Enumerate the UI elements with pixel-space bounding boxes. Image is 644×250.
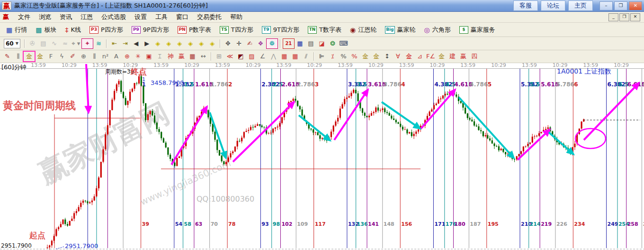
fan-icon[interactable]: ≪: [224, 52, 235, 61]
report-icon[interactable]: ▤: [38, 39, 49, 48]
gold-angle-icon[interactable]: 金∠: [436, 52, 447, 61]
vert-pen-icon[interactable]: ↕: [382, 52, 393, 61]
diamond-cross-icon[interactable]: ◈: [207, 39, 218, 48]
brain-icon[interactable]: ❁: [266, 38, 278, 49]
close-button[interactable]: ✕: [629, 1, 642, 10]
candlestick-chart[interactable]: 13:5910:2913:5910:2913:5910:2913:5910:29…: [0, 63, 644, 250]
grid-red2-icon[interactable]: ▦: [290, 52, 301, 61]
zoom-net-icon[interactable]: ✇: [27, 39, 38, 48]
toolbar-hexagon-button[interactable]: ◎六角形: [420, 24, 455, 36]
zigzag-icon[interactable]: ⋀: [268, 52, 279, 61]
toolbar-quotes-button[interactable]: ▦行情: [2, 24, 31, 36]
gold-lines-icon[interactable]: 金: [371, 52, 382, 61]
golden-cycle-icon[interactable]: 金: [24, 52, 35, 61]
header-button-1[interactable]: 论坛: [541, 0, 565, 11]
next-bar-icon[interactable]: ▶: [142, 39, 152, 48]
angles-icon[interactable]: ∠: [257, 52, 268, 61]
toolbar-gann-wheel-button[interactable]: ◉江恩轮: [346, 24, 381, 36]
menu-item-交易委托[interactable]: 交易委托: [193, 12, 226, 22]
measure-icon[interactable]: ✍: [244, 39, 255, 48]
ying-tool-icon[interactable]: 赢: [176, 52, 187, 61]
gann-mode-icon[interactable]: ✦: [81, 38, 93, 49]
clock-cycle-icon[interactable]: ⊕: [78, 52, 89, 61]
text-tool-icon[interactable]: A: [111, 52, 122, 61]
notepad-icon[interactable]: ▤: [305, 39, 316, 48]
toolbar-winner-service-button[interactable]: $赢家服务: [455, 24, 500, 36]
diamond-h-icon[interactable]: ◈: [174, 39, 185, 48]
ying-angle-icon[interactable]: 赢∠: [458, 52, 469, 61]
toolbar-sectors-button[interactable]: ▩板块: [31, 24, 61, 36]
fib-f-icon[interactable]: F: [45, 52, 56, 61]
gann-box-icon[interactable]: ◩: [235, 52, 246, 61]
diamond-all-icon[interactable]: ◈: [196, 39, 207, 48]
period-select[interactable]: 60 ▼: [4, 39, 20, 48]
mark-icon[interactable]: ❖: [255, 39, 266, 48]
child-restore-button[interactable]: ❐: [619, 13, 629, 21]
menu-item-江恩[interactable]: 江恩: [76, 12, 97, 22]
child-minimize-button[interactable]: _: [608, 13, 618, 21]
diamond-v-icon[interactable]: ◈: [185, 39, 196, 48]
first-bar-icon[interactable]: ⇤: [109, 39, 120, 48]
menu-item-设置[interactable]: 设置: [130, 12, 151, 22]
j-angle-icon[interactable]: ⊿: [414, 52, 425, 61]
prev-bar-icon[interactable]: ◀: [131, 39, 142, 48]
wave9-icon[interactable]: ≈: [60, 39, 71, 48]
target-icon[interactable]: ⊕: [122, 52, 133, 61]
calendar-icon[interactable]: 21: [283, 38, 295, 49]
rails2-icon[interactable]: ⫼: [89, 52, 100, 61]
brush-icon[interactable]: ✐: [67, 52, 78, 61]
span-icon[interactable]: ↔: [198, 52, 209, 61]
pct-line-icon[interactable]: %: [349, 52, 360, 61]
f-angle-icon[interactable]: F∠: [425, 52, 436, 61]
workstation-icon[interactable]: ⌨: [338, 39, 349, 48]
last-bar-icon[interactable]: ⇥: [120, 39, 131, 48]
calculator-icon[interactable]: ▦: [295, 39, 305, 48]
restore-button[interactable]: ❐: [614, 1, 627, 10]
grid123-icon[interactable]: ▦: [187, 52, 198, 61]
gold-cycle2-icon[interactable]: 金: [35, 52, 45, 61]
wave3-icon[interactable]: ∿: [49, 39, 60, 48]
save-icon[interactable]: ◪: [316, 39, 327, 48]
n2-icon[interactable]: n²: [100, 52, 111, 61]
jian-angle-icon[interactable]: 建∠: [447, 52, 458, 61]
gold-ring-icon[interactable]: 金: [360, 52, 371, 61]
grid-red-icon[interactable]: ▦: [279, 52, 290, 61]
menu-item-帮助[interactable]: 帮助: [226, 12, 247, 22]
color-chart-icon[interactable]: ≋: [93, 39, 104, 48]
menu-item-文件[interactable]: 文件: [14, 12, 35, 22]
toolbar-t-square-button[interactable]: TST四方形: [215, 24, 258, 36]
header-button-2[interactable]: 主页: [568, 0, 593, 11]
toolbar-p-square-button[interactable]: P3P四方形: [85, 24, 127, 36]
menu-item-窗口[interactable]: 窗口: [172, 12, 193, 22]
toolbar-t-table-button[interactable]: TNT数字表: [304, 24, 346, 36]
crosshair-icon[interactable]: ✛: [233, 39, 244, 48]
flask-icon[interactable]: ⌖ ▾: [71, 39, 81, 48]
star-cycle-icon[interactable]: ✳: [133, 52, 143, 61]
gold-red-icon[interactable]: 金: [403, 52, 414, 61]
frame-icon[interactable]: ⊞: [214, 52, 224, 61]
kv-line-icon[interactable]: ⌶: [154, 52, 165, 61]
box-star-icon[interactable]: ▣: [143, 52, 154, 61]
toolbar-p-table-button[interactable]: PNP数字表: [173, 24, 215, 36]
menu-item-公式选股[interactable]: 公式选股: [97, 12, 130, 22]
slashes-icon[interactable]: ⫽: [301, 52, 312, 61]
toolbar-kline-button[interactable]: ‡K线: [61, 24, 85, 36]
si-angle-icon[interactable]: 四∠: [469, 52, 480, 61]
pct-cross-icon[interactable]: ⁒: [327, 52, 338, 61]
web-icon[interactable]: ❂: [327, 39, 338, 48]
menu-item-浏览[interactable]: 浏览: [35, 12, 55, 22]
toolbar-winner-wheel-button[interactable]: Big赢家轮: [381, 24, 420, 36]
menu-item-工具[interactable]: 工具: [151, 12, 172, 22]
draw-pen-icon[interactable]: ✎: [2, 52, 13, 61]
toolbar-9p-square-button[interactable]: P99P四方形: [127, 24, 173, 36]
toolbar-9t-square-button[interactable]: T99T四方形: [258, 24, 304, 36]
minimize-button[interactable]: –: [599, 1, 613, 10]
hist-icon[interactable]: ⊫: [316, 52, 327, 61]
time-rails-icon[interactable]: ⫼: [13, 52, 24, 61]
menu-item-资讯[interactable]: 资讯: [55, 12, 76, 22]
gann-box2-icon[interactable]: ▨: [246, 52, 257, 61]
av-icon[interactable]: ∀: [393, 52, 403, 61]
header-button-0[interactable]: 客服: [513, 0, 538, 11]
pan-icon[interactable]: ✥: [223, 39, 233, 48]
pct-icon[interactable]: %: [338, 52, 349, 61]
